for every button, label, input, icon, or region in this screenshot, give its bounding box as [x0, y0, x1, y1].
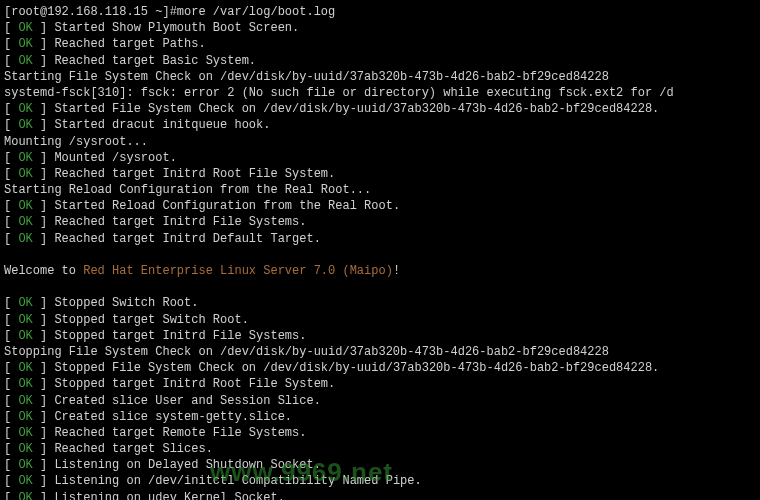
log-line: [ OK ] Started File System Check on /dev…	[4, 101, 756, 117]
log-message: Stopped File System Check on /dev/disk/b…	[54, 361, 659, 375]
blank-line	[4, 279, 756, 295]
log-line: [ OK ] Started Show Plymouth Boot Screen…	[4, 20, 756, 36]
command-prompt: [root@192.168.118.15 ~]#more /var/log/bo…	[4, 4, 756, 20]
log-line: Mounting /sysroot...	[4, 134, 756, 150]
log-message: Reached target Basic System.	[54, 54, 256, 68]
log-message: Reached target Initrd Root File System.	[54, 167, 335, 181]
status-ok: OK	[18, 426, 32, 440]
status-ok: OK	[18, 442, 32, 456]
log-message: Stopped Switch Root.	[54, 296, 198, 310]
log-message: Started Show Plymouth Boot Screen.	[54, 21, 299, 35]
log-line: [ OK ] Mounted /sysroot.	[4, 150, 756, 166]
status-ok: OK	[18, 167, 32, 181]
log-line: [ OK ] Reached target Initrd Root File S…	[4, 166, 756, 182]
log-line: [ OK ] Reached target Slices.	[4, 441, 756, 457]
log-line: [ OK ] Stopped target Switch Root.	[4, 312, 756, 328]
status-ok: OK	[18, 329, 32, 343]
log-message: Stopped target Initrd File Systems.	[54, 329, 306, 343]
log-line: Stopping File System Check on /dev/disk/…	[4, 344, 756, 360]
log-message: Reached target Paths.	[54, 37, 205, 51]
log-error-line: systemd-fsck[310]: fsck: error 2 (No suc…	[4, 85, 756, 101]
welcome-suffix: !	[393, 264, 400, 278]
log-message: Reached target Remote File Systems.	[54, 426, 306, 440]
blank-line	[4, 247, 756, 263]
log-line: [ OK ] Stopped target Initrd File System…	[4, 328, 756, 344]
status-ok: OK	[18, 491, 32, 500]
log-line: [ OK ] Reached target Remote File System…	[4, 425, 756, 441]
log-message: Started dracut initqueue hook.	[54, 118, 270, 132]
log-line: [ OK ] Listening on Delayed Shutdown Soc…	[4, 457, 756, 473]
log-message: Mounting /sysroot...	[4, 135, 148, 149]
log-line: [ OK ] Listening on udev Kernel Socket.	[4, 490, 756, 500]
log-message: Created slice User and Session Slice.	[54, 394, 320, 408]
log-message: Reached target Initrd Default Target.	[54, 232, 320, 246]
log-line: [ OK ] Started dracut initqueue hook.	[4, 117, 756, 133]
log-message: Listening on Delayed Shutdown Socket.	[54, 458, 320, 472]
log-line: [ OK ] Listening on /dev/initctl Compati…	[4, 473, 756, 489]
status-ok: OK	[18, 199, 32, 213]
log-message: Reached target Slices.	[54, 442, 212, 456]
log-line: Starting Reload Configuration from the R…	[4, 182, 756, 198]
log-message: Starting Reload Configuration from the R…	[4, 183, 371, 197]
welcome-os: Red Hat Enterprise Linux Server 7.0 (Mai…	[83, 264, 393, 278]
log-line: Starting File System Check on /dev/disk/…	[4, 69, 756, 85]
log-message: Starting File System Check on /dev/disk/…	[4, 70, 609, 84]
welcome-line: Welcome to Red Hat Enterprise Linux Serv…	[4, 263, 756, 279]
log-message: Listening on udev Kernel Socket.	[54, 491, 284, 500]
log-line: [ OK ] Stopped Switch Root.	[4, 295, 756, 311]
log-message: Stopping File System Check on /dev/disk/…	[4, 345, 609, 359]
status-ok: OK	[18, 118, 32, 132]
log-message: Created slice system-getty.slice.	[54, 410, 292, 424]
log-message: Stopped target Initrd Root File System.	[54, 377, 335, 391]
status-ok: OK	[18, 296, 32, 310]
log-line: [ OK ] Created slice system-getty.slice.	[4, 409, 756, 425]
status-ok: OK	[18, 151, 32, 165]
log-message: Listening on /dev/initctl Compatibility …	[54, 474, 421, 488]
status-ok: OK	[18, 232, 32, 246]
log-line: [ OK ] Reached target Paths.	[4, 36, 756, 52]
status-ok: OK	[18, 21, 32, 35]
status-ok: OK	[18, 102, 32, 116]
log-line: [ OK ] Started Reload Configuration from…	[4, 198, 756, 214]
welcome-prefix: Welcome to	[4, 264, 83, 278]
status-ok: OK	[18, 474, 32, 488]
log-message: systemd-fsck[310]: fsck: error 2 (No suc…	[4, 86, 674, 100]
prompt-text: [root@192.168.118.15 ~]#more /var/log/bo…	[4, 5, 335, 19]
log-message: Reached target Initrd File Systems.	[54, 215, 306, 229]
status-ok: OK	[18, 458, 32, 472]
status-ok: OK	[18, 361, 32, 375]
log-line: [ OK ] Reached target Initrd File System…	[4, 214, 756, 230]
log-line: [ OK ] Reached target Initrd Default Tar…	[4, 231, 756, 247]
log-line: [ OK ] Stopped target Initrd Root File S…	[4, 376, 756, 392]
status-ok: OK	[18, 54, 32, 68]
log-line: [ OK ] Reached target Basic System.	[4, 53, 756, 69]
log-line: [ OK ] Created slice User and Session Sl…	[4, 393, 756, 409]
log-message: Mounted /sysroot.	[54, 151, 176, 165]
status-ok: OK	[18, 215, 32, 229]
log-message: Stopped target Switch Root.	[54, 313, 248, 327]
log-message: Started File System Check on /dev/disk/b…	[54, 102, 659, 116]
status-ok: OK	[18, 410, 32, 424]
log-message: Started Reload Configuration from the Re…	[54, 199, 400, 213]
status-ok: OK	[18, 37, 32, 51]
status-ok: OK	[18, 394, 32, 408]
status-ok: OK	[18, 313, 32, 327]
status-ok: OK	[18, 377, 32, 391]
log-line: [ OK ] Stopped File System Check on /dev…	[4, 360, 756, 376]
